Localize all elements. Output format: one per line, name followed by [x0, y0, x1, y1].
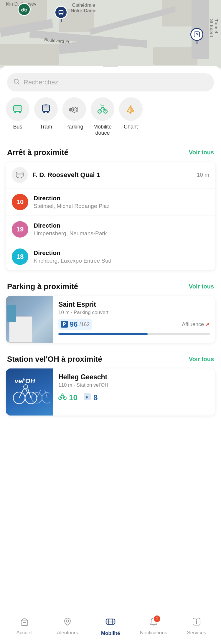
bus-line-18-info: Direction Kirchberg, Luxexpo Entrée Sud — [34, 249, 209, 264]
category-tram-label: Tram — [40, 124, 52, 130]
home-icon — [20, 617, 29, 628]
bell-icon: 1 — [149, 617, 158, 628]
svg-rect-58 — [106, 621, 115, 623]
parking-bar-fill — [58, 333, 148, 335]
category-mobilite-label: Mobilité douce — [93, 124, 112, 136]
parking-name: Saint Esprit — [58, 301, 210, 308]
veloh-bikes-count: 10 — [69, 393, 77, 402]
veloh-bike-icon — [58, 393, 67, 402]
notification-badge: 1 — [154, 615, 160, 622]
svg-point-54 — [66, 620, 69, 622]
search-icon — [13, 78, 20, 87]
map-label-cathedral: CathédraleNotre-Dame — [71, 2, 96, 14]
bus-line-19[interactable]: 19 Direction Limpertsberg, Neumans-Park — [6, 216, 215, 243]
map-label-tunnel: TunnelSt Esprit — [209, 19, 219, 37]
nav-notifications-label: Notifications — [140, 630, 167, 636]
veloh-parking-count: 8 — [93, 393, 98, 402]
veloh-parking-stat: P 8 — [83, 393, 98, 402]
veloh-card[interactable]: vel'OH Helleg Geescht 110 m · Station ve… — [6, 368, 215, 416]
nav-mobilite-label: Mobilité — [101, 630, 120, 636]
veloh-voir-tous[interactable]: Voir tous — [189, 356, 214, 363]
line-18-badge: 18 — [12, 248, 28, 265]
svg-rect-24 — [45, 104, 47, 106]
category-tram[interactable]: Tram — [34, 97, 58, 136]
category-parking[interactable]: P Parking — [62, 97, 86, 136]
svg-point-8 — [14, 79, 18, 83]
category-bus[interactable]: Bus — [6, 97, 29, 136]
bottom-sheet: Recherchez Bus — [0, 66, 221, 644]
nav-services[interactable]: Services — [175, 614, 218, 639]
nearby-stops-voir-tous[interactable]: Voir tous — [189, 149, 214, 156]
parking-affluence: Affluence — [182, 321, 210, 328]
veloh-bikes-stat: 10 — [58, 393, 77, 402]
parking-count: 96 — [70, 320, 78, 328]
svg-text:P: P — [73, 108, 75, 112]
nav-accueil[interactable]: Accueil — [3, 614, 46, 639]
nav-services-label: Services — [187, 630, 206, 636]
nav-mobilite[interactable]: Mobilité — [89, 614, 132, 639]
svg-rect-53 — [23, 623, 26, 625]
veloh-image: vel'OH — [6, 368, 53, 416]
drag-handle[interactable] — [103, 66, 118, 67]
svg-rect-3 — [59, 11, 63, 13]
stop-distance: 10 m — [197, 172, 209, 178]
svg-text:P: P — [195, 33, 198, 37]
category-chant[interactable]: Chant — [119, 97, 143, 136]
svg-point-61 — [196, 620, 197, 620]
category-bus-label: Bus — [13, 124, 22, 130]
svg-point-5 — [62, 14, 63, 15]
svg-text:vel'OH: vel'OH — [15, 377, 35, 385]
parking-availability: P 96 /162 Affluence — [58, 319, 210, 330]
stop-card: F. D. Roosevelt Quai 1 10 m 10 Direction… — [6, 162, 215, 270]
bus-line-18[interactable]: 18 Direction Kirchberg, Luxexpo Entrée S… — [6, 243, 215, 270]
nav-alentours[interactable]: Alentours — [46, 614, 89, 639]
svg-line-9 — [18, 83, 20, 85]
stop-icon — [12, 167, 28, 183]
veloh-section-header: Station vel'OH à proximité Voir tous — [0, 349, 221, 368]
svg-point-4 — [60, 14, 61, 15]
svg-marker-34 — [131, 106, 134, 113]
bus-line-19-info: Direction Limpertsberg, Neumans-Park — [34, 222, 209, 237]
veloh-details: Helleg Geescht 110 m · Station vel'OH — [53, 368, 215, 416]
parking-card[interactable]: Saint Esprit 10 m · Parking couvert P 96… — [6, 296, 215, 343]
mobilite-icon — [105, 617, 116, 629]
info-icon — [192, 617, 201, 628]
bus-line-10[interactable]: 10 Direction Steinsel, Michel Rodange Pl… — [6, 188, 215, 216]
map-pin-parking[interactable]: P — [190, 28, 203, 44]
parking-progress-bar — [58, 333, 210, 335]
search-bar[interactable]: Recherchez — [7, 73, 214, 91]
parking-voir-tous[interactable]: Voir tous — [189, 283, 214, 290]
nearby-stops-header: Arrêt à proximité Voir tous — [0, 142, 221, 162]
nav-accueil-label: Accueil — [17, 630, 33, 636]
search-container: Recherchez — [0, 73, 221, 97]
category-list: Bus Tram — [0, 97, 221, 142]
svg-rect-18 — [43, 106, 49, 109]
parking-details: Saint Esprit 10 m · Parking couvert P 96… — [53, 296, 215, 343]
svg-point-43 — [24, 385, 28, 389]
parking-image — [6, 296, 53, 343]
veloh-parking-icon: P — [83, 393, 91, 402]
svg-rect-37 — [17, 173, 23, 175]
nav-notifications[interactable]: 1 Notifications — [132, 614, 175, 639]
veloh-section-title: Station vel'OH à proximité — [7, 355, 102, 364]
parking-section-title: Parking à proximité — [7, 282, 78, 291]
map-pin-bus[interactable] — [55, 6, 67, 22]
parking-p-icon: P — [61, 321, 68, 328]
parking-total: /162 — [79, 321, 90, 328]
veloh-availability: 10 P 8 — [58, 393, 210, 402]
svg-point-32 — [102, 105, 104, 106]
bus-line-10-info: Direction Steinsel, Michel Rodange Plaz — [34, 195, 209, 209]
category-mobilite[interactable]: Mobilité douce — [91, 97, 114, 136]
svg-marker-33 — [127, 106, 131, 113]
parking-badge: P 96 /162 — [58, 319, 92, 330]
svg-point-40 — [21, 177, 22, 178]
stop-header: F. D. Roosevelt Quai 1 10 m — [6, 162, 215, 188]
veloh-meta: 110 m · Station vel'OH — [58, 382, 210, 388]
stop-name: F. D. Roosevelt Quai 1 — [32, 171, 192, 179]
map-pin-bike[interactable] — [18, 3, 31, 16]
line-10-badge: 10 — [12, 194, 28, 210]
svg-point-39 — [17, 177, 19, 178]
map: klin D. Roosev CathédraleNotre-Dame Tunn… — [0, 0, 221, 68]
veloh-station-name: Helleg Geescht — [58, 373, 210, 381]
svg-rect-35 — [130, 112, 131, 114]
